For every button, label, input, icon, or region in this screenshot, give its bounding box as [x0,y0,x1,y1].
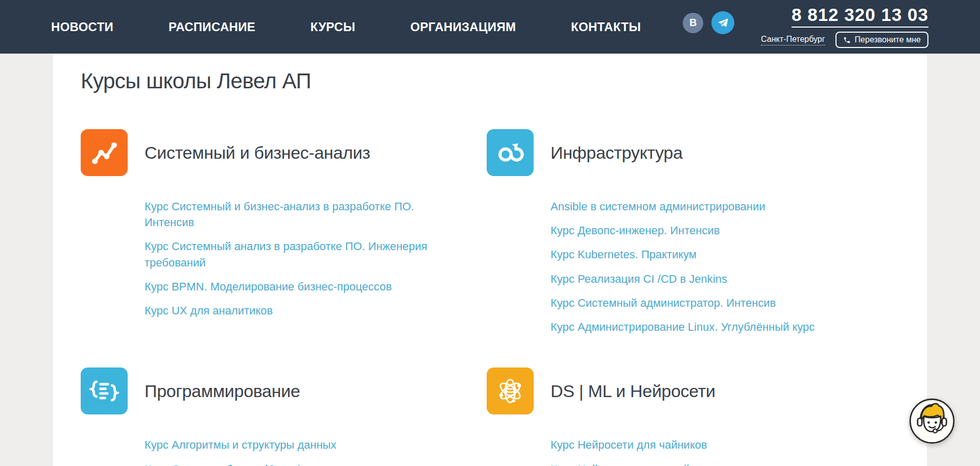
phone-receiver-icon [843,36,851,44]
course-list: Курс Нейросети для чайниковКурс Нейросет… [551,437,872,466]
course-list-item: Курс Нейросети для чайников [551,437,872,453]
category-block: Инфраструктура Ansible в системном админ… [487,129,906,343]
course-list-item: Курс Системный анализ в разработке ПО. И… [145,238,466,270]
nav-item-2[interactable]: КУРСЫ [310,20,355,34]
course-link[interactable]: Ansible в системном администрировании [551,200,766,213]
course-list: Курс Системный и бизнес-анализ в разрабо… [145,199,466,318]
category-header: DS | ML и Нейросети [487,367,906,414]
course-list-item: Курс Алгоритмы и структуры данных [145,437,466,453]
nav-menu: НОВОСТИ РАСПИСАНИЕ КУРСЫ ОРГАНИЗАЦИЯМ КО… [51,20,641,34]
course-link[interactable]: Курс Администрирование Linux. Углублённы… [551,321,815,333]
course-list-item: Курс Реализация CI /CD в Jenkins [551,271,872,287]
social-icons: В [683,11,734,34]
sync-loop-icon [487,129,534,176]
course-list-item: Курс BPMN. Моделирование бизнес-процессо… [145,279,466,295]
course-link[interactable]: Курс Нейросети для дизайнеров [551,463,721,466]
course-link[interactable]: Курс UX для аналитиков [145,304,273,317]
category-block: Программирование Курс Алгоритмы и структ… [81,367,487,466]
code-braces-icon [81,367,128,414]
category-header: Программирование [81,367,487,414]
nav-item-3[interactable]: ОРГАНИЗАЦИЯМ [411,20,516,34]
course-link[interactable]: Курс Kubernetes. Практикум [551,248,697,261]
header-right: В 8 812 320 13 03 Санкт-Петербург Пе [683,6,928,48]
category-title: Системный и бизнес-анализ [145,143,370,163]
course-link[interactable]: Курс Реализация CI /CD в Jenkins [551,273,727,285]
phone-block: 8 812 320 13 03 Санкт-Петербург Перезвон… [761,6,928,48]
course-link[interactable]: Курс BPMN. Моделирование бизнес-процессо… [145,280,392,293]
page-title: Курсы школы Левел АП [81,69,906,93]
support-agent-icon [908,397,956,445]
course-list: Ansible в системном администрированииКур… [551,199,872,335]
category-title: Программирование [145,381,300,401]
course-list-item: Курс UX для аналитиков [145,303,466,318]
content-area: Курсы школы Левел АП Системный и бизнес-… [53,54,927,466]
course-list-item: Курс Нейросети для дизайнеров [551,461,872,466]
vk-icon[interactable]: В [683,13,703,33]
category-header: Системный и бизнес-анализ [81,129,487,176]
callback-button[interactable]: Перезвоните мне [835,32,928,48]
course-categories: Системный и бизнес-анализ Курс Системный… [81,129,906,466]
course-list-item: Курс Системный и бизнес-анализ в разрабо… [145,199,466,230]
city-selector[interactable]: Санкт-Петербург [761,35,825,45]
phone-sub-row: Санкт-Петербург Перезвоните мне [761,32,928,48]
course-link[interactable]: Курс Системный анализ в разработке ПО. И… [145,240,427,268]
course-list-item: Курс Девопс-инженер. Интенсив [551,223,872,238]
course-list-item: Курс Kubernetes. Практикум [551,247,872,262]
course-list-item: Курс C++ разработчик (Старт) [145,461,466,466]
course-link[interactable]: Курс Алгоритмы и структуры данных [145,438,337,451]
course-list-item: Ansible в системном администрировании [551,199,872,214]
telegram-icon[interactable] [711,11,734,34]
nav-item-4[interactable]: КОНТАКТЫ [571,20,641,34]
nav-item-1[interactable]: РАСПИСАНИЕ [169,20,255,34]
category-block: DS | ML и Нейросети Курс Нейросети для ч… [487,367,906,466]
category-title: Инфраструктура [551,143,683,163]
category-block: Системный и бизнес-анализ Курс Системный… [81,129,487,343]
atom-data-icon [487,367,534,414]
vk-letter: В [689,17,697,29]
category-header: Инфраструктура [487,129,906,176]
course-list-item: Курс Системный администратор. Интенсив [551,295,872,311]
phone-number-link[interactable]: 8 812 320 13 03 [792,6,928,28]
callback-button-label: Перезвоните мне [855,35,921,44]
chart-line-icon [81,129,128,176]
course-list-item: Курс Администрирование Linux. Углублённы… [551,319,872,335]
nav-item-0[interactable]: НОВОСТИ [51,20,113,34]
course-link[interactable]: Курс Системный администратор. Интенсив [551,297,776,309]
course-list: Курс Алгоритмы и структуры данныхКурс C+… [145,437,466,466]
course-link[interactable]: Курс C++ разработчик (Старт) [145,463,302,466]
category-title: DS | ML и Нейросети [551,381,715,401]
course-link[interactable]: Курс Девопс-инженер. Интенсив [551,224,720,237]
course-link[interactable]: Курс Системный и бизнес-анализ в разрабо… [145,200,414,229]
course-link[interactable]: Курс Нейросети для чайников [551,438,707,451]
top-nav-bar: НОВОСТИ РАСПИСАНИЕ КУРСЫ ОРГАНИЗАЦИЯМ КО… [0,0,980,54]
support-chat-widget[interactable] [908,397,956,445]
